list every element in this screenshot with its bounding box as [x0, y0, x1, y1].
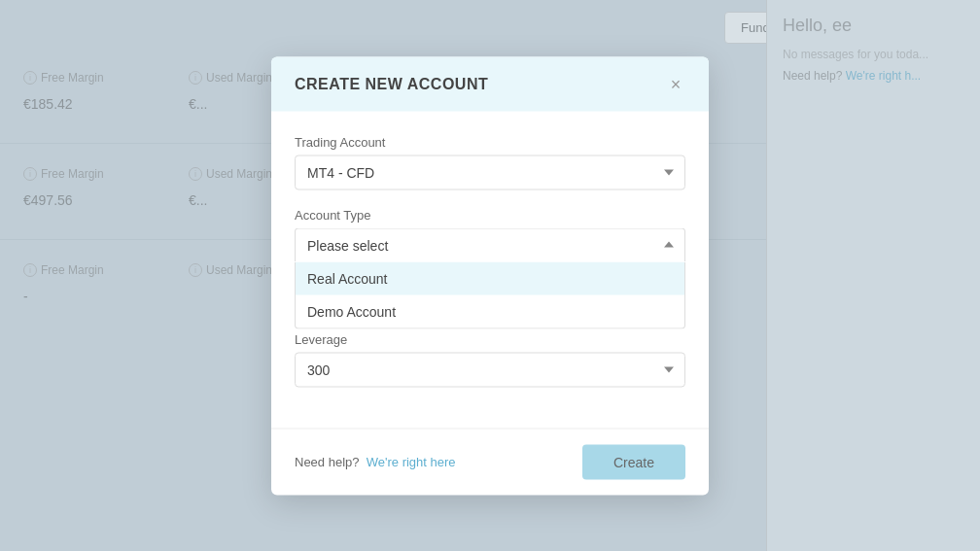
trading-account-select[interactable]: MT4 - CFD MT5 - CFD — [295, 155, 685, 189]
account-type-select[interactable]: Please select Real Account Demo Account — [295, 227, 685, 261]
leverage-group: Leverage 100 200 300 400 500 — [295, 331, 685, 387]
trading-account-label: Trading Account — [295, 134, 685, 149]
footer-help-link[interactable]: We're right here — [367, 455, 456, 469]
dropdown-item-real[interactable]: Real Account — [296, 261, 684, 294]
account-type-select-wrapper[interactable]: Please select Real Account Demo Account … — [295, 227, 685, 261]
leverage-select[interactable]: 100 200 300 400 500 — [295, 352, 685, 387]
dropdown-item-demo[interactable]: Demo Account — [296, 294, 684, 327]
leverage-label: Leverage — [295, 331, 685, 346]
modal-title: CREATE NEW ACCOUNT — [295, 75, 488, 92]
leverage-select-wrapper[interactable]: 100 200 300 400 500 — [295, 352, 685, 387]
modal-body: Trading Account MT4 - CFD MT5 - CFD Acco… — [271, 111, 709, 428]
trading-account-group: Trading Account MT4 - CFD MT5 - CFD — [295, 134, 685, 189]
create-account-modal: CREATE NEW ACCOUNT × Trading Account MT4… — [271, 56, 709, 495]
close-icon[interactable]: × — [666, 74, 685, 93]
footer-need-help-label: Need help? — [295, 455, 360, 469]
account-type-label: Account Type — [295, 207, 685, 222]
modal-footer: Need help? We're right here Create — [271, 428, 709, 495]
modal-header: CREATE NEW ACCOUNT × — [271, 56, 709, 111]
account-type-dropdown-list: Real Account Demo Account — [295, 261, 685, 328]
footer-help: Need help? We're right here — [295, 455, 456, 469]
create-button[interactable]: Create — [582, 444, 685, 479]
account-type-group: Account Type Please select Real Account … — [295, 207, 685, 261]
trading-account-select-wrapper[interactable]: MT4 - CFD MT5 - CFD — [295, 155, 685, 189]
